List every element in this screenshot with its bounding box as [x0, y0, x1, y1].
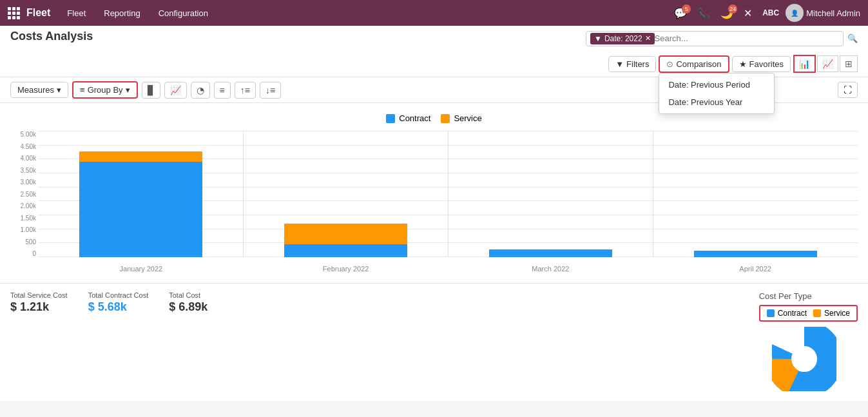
- dropdown-previous-period[interactable]: Date: Previous Period: [659, 76, 774, 93]
- group-by-button[interactable]: ≡ Group By ▾: [72, 81, 138, 99]
- stat-service-cost: Total Service Cost $ 1.21k: [10, 291, 68, 314]
- stat-service-label: Total Service Cost: [10, 291, 68, 299]
- y-label-2-5k: 2.50k: [21, 191, 36, 198]
- group-by-caret: ▾: [126, 85, 130, 95]
- x-axis-labels: January 2022 February 2022 March 2022 Ap…: [39, 265, 858, 273]
- search-input[interactable]: [655, 34, 839, 43]
- bar-stack-mar: [489, 249, 612, 257]
- bar-stack-jan: [79, 151, 202, 257]
- bar-service-feb: [284, 224, 407, 244]
- notifications-icon[interactable]: 💬 5: [670, 5, 691, 22]
- page-title: Costs Analysis: [10, 30, 93, 43]
- top-navigation: Fleet Fleet Reporting Configuration 💬 5 …: [0, 0, 868, 26]
- y-label-1k: 1.00k: [21, 226, 36, 233]
- legend-service-label: Service: [454, 113, 481, 123]
- x-label-apr: April 2022: [653, 265, 858, 273]
- pie-legend: Contract Service: [759, 305, 858, 322]
- table-view-button[interactable]: ⊞: [840, 55, 858, 72]
- pie-dot-service: [813, 309, 821, 317]
- abc-label[interactable]: ABC: [758, 6, 783, 20]
- bar-contract-jan: [79, 162, 202, 257]
- search-box: ▼ Date: 2022 ✕: [586, 31, 844, 46]
- y-label-3k: 3.00k: [21, 179, 36, 186]
- bar-group-mar: [448, 131, 653, 257]
- x-label-mar: March 2022: [448, 265, 653, 273]
- x-label-feb: February 2022: [244, 265, 448, 273]
- topbar-icons: 💬 5 📞 🌙 24 ✕ ABC 👤 Mitchell Admin: [670, 4, 860, 22]
- legend-contract: Contract: [386, 113, 430, 123]
- filter-tag-label: Date: 2022: [604, 34, 642, 43]
- stat-contract-cost: Total Contract Cost $ 5.68k: [88, 291, 149, 314]
- avatar[interactable]: 👤: [786, 4, 804, 22]
- moon-icon[interactable]: 🌙 24: [717, 5, 737, 22]
- y-label-2k: 2.00k: [21, 202, 36, 209]
- stat-contract-label: Total Contract Cost: [88, 291, 149, 299]
- bar-chart: 5.00k 4.50k 4.00k 3.50k 3.00k 2.50k 2.00…: [10, 131, 858, 273]
- pie-dot-contract: [767, 309, 775, 317]
- app-name: Fleet: [26, 7, 50, 19]
- y-label-1-5k: 1.50k: [21, 215, 36, 222]
- chart-area: Contract Service 5.00k 4.50k 4.00k 3.50k…: [0, 103, 868, 283]
- line-chart-btn[interactable]: 📈: [164, 82, 187, 99]
- group-by-icon: ≡: [80, 85, 85, 95]
- filter-icon: ▼: [594, 34, 602, 43]
- moon-badge: 24: [728, 5, 737, 14]
- x-label-jan: January 2022: [39, 265, 244, 273]
- bar-stack-feb: [284, 224, 407, 257]
- y-label-4-5k: 4.50k: [21, 143, 36, 150]
- stats-row: Total Service Cost $ 1.21k Total Contrac…: [0, 283, 868, 401]
- measures-caret: ▾: [57, 85, 61, 95]
- phone-icon[interactable]: 📞: [693, 5, 714, 22]
- bar-service-jan: [79, 151, 202, 162]
- measures-button[interactable]: Measures ▾: [10, 82, 68, 98]
- nav-reporting[interactable]: Reporting: [97, 0, 146, 26]
- grid-icon: [8, 7, 20, 19]
- pie-legend-contract-label: Contract: [778, 309, 807, 318]
- expand-button[interactable]: ⛶: [838, 82, 858, 98]
- stat-total-value: $ 6.89k: [169, 300, 207, 314]
- bar-stack-apr: [694, 251, 816, 257]
- stack-chart-btn[interactable]: ≡: [214, 82, 231, 99]
- y-label-0: 0: [32, 250, 36, 257]
- bar-contract-feb: [284, 244, 407, 257]
- y-label-500: 500: [25, 238, 36, 246]
- legend-service: Service: [441, 113, 481, 123]
- filter-tag-date: ▼ Date: 2022 ✕: [590, 33, 655, 44]
- filter-funnel-icon: ▼: [615, 59, 624, 69]
- app-logo[interactable]: Fleet: [8, 7, 50, 19]
- pie-legend-service-label: Service: [824, 309, 850, 318]
- view-icons: 📊 📈 ⊞: [793, 55, 858, 73]
- close-icon[interactable]: ✕: [740, 5, 756, 22]
- bar-chart-btn[interactable]: ▊: [142, 82, 160, 99]
- stat-total-cost: Total Cost $ 6.89k: [169, 291, 207, 314]
- legend-contract-dot: [386, 114, 395, 123]
- y-axis: 5.00k 4.50k 4.00k 3.50k 3.00k 2.50k 2.00…: [10, 131, 39, 257]
- pie-section: Cost Per Type Contract Service: [759, 291, 858, 393]
- search-button[interactable]: 🔍: [847, 34, 858, 43]
- bars-container: [39, 131, 858, 257]
- pie-legend-contract: Contract: [767, 309, 807, 318]
- favorites-button[interactable]: ★ Favorites: [732, 56, 791, 72]
- filters-button[interactable]: ▼ Filters: [608, 56, 656, 72]
- bar-contract-mar: [489, 249, 612, 257]
- bar-chart-view-button[interactable]: 📊: [793, 55, 816, 73]
- nav-configuration[interactable]: Configuration: [152, 0, 215, 26]
- username: Mitchell Admin: [806, 8, 860, 18]
- star-icon: ★: [739, 59, 747, 69]
- asc-sort-btn[interactable]: ↑≡: [235, 82, 256, 99]
- stat-service-value: $ 1.21k: [10, 300, 68, 314]
- desc-sort-btn[interactable]: ↓≡: [260, 82, 281, 99]
- notifications-badge: 5: [682, 5, 691, 14]
- y-label-4k: 4.00k: [21, 155, 36, 162]
- line-chart-view-button[interactable]: 📈: [817, 55, 838, 72]
- comparison-button[interactable]: ⊙ Comparison: [659, 55, 729, 73]
- legend-contract-label: Contract: [399, 113, 430, 123]
- nav-fleet[interactable]: Fleet: [61, 0, 92, 26]
- filter-tag-close[interactable]: ✕: [645, 34, 651, 43]
- comparison-dropdown: ⊙ Comparison Date: Previous Period Date:…: [659, 55, 729, 73]
- pie-chart-btn[interactable]: ◔: [191, 82, 210, 99]
- bar-group-apr: [653, 131, 858, 257]
- comparison-icon: ⊙: [666, 59, 673, 69]
- dropdown-previous-year[interactable]: Date: Previous Year: [659, 93, 774, 111]
- chart-legend: Contract Service: [10, 113, 858, 123]
